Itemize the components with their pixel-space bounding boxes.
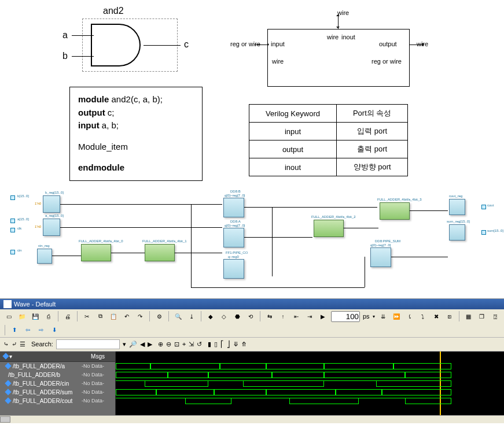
zoom-in-button[interactable]: ⊕ [158, 341, 163, 348]
signal-row[interactable]: /tb_FULL_ADDER/a-No Data- [0, 362, 115, 371]
schematic-wire [191, 287, 365, 288]
zoom-last-button[interactable]: ↺ [197, 341, 202, 348]
block-dd8a[interactable] [223, 228, 244, 247]
zoom-range-button[interactable]: ⇲ [189, 341, 194, 348]
sim-button[interactable]: ◇ [219, 311, 229, 321]
stop-button[interactable]: ✖ [431, 311, 442, 321]
undo-button[interactable]: ↶ [122, 311, 132, 321]
link-button[interactable]: ⇆ [264, 311, 275, 321]
step-back-button[interactable]: ⇤ [291, 311, 301, 321]
signal-row[interactable]: /tb_FULL_ADDER/cin-No Data- [0, 379, 115, 388]
signal-icon [5, 363, 11, 369]
step-over-button[interactable]: ⤹ [404, 311, 415, 321]
nav-down-button[interactable]: ⬇ [49, 325, 60, 335]
waveform-viewer: Wave - Default ▭ 📁 💾 ⎙ 🖨 ✂ ⧉ 📋 ↶ ↷ ⚙ 🔍 ⤓… [0, 298, 504, 423]
up-button[interactable]: ↑ [278, 311, 288, 321]
falling-edge-button[interactable]: ⤋ [233, 341, 238, 348]
redo-button[interactable]: ↷ [135, 311, 145, 321]
block-cin-reg[interactable] [37, 249, 52, 264]
signal-row[interactable]: /tb_FULL_ADDER/cout-No Data- [0, 397, 115, 405]
window-button[interactable]: ❐ [477, 311, 487, 321]
block-cout-reg[interactable] [449, 199, 465, 215]
cursor-remove-button[interactable]: ▯ [214, 341, 218, 348]
block-fa3[interactable] [380, 202, 410, 220]
search-next-button[interactable]: ▶ [148, 341, 152, 348]
nav-right-button[interactable]: ⇨ [36, 325, 46, 335]
copy-button[interactable]: ⧉ [95, 311, 105, 321]
zoom-cursor-button[interactable]: ⌖ [182, 341, 186, 348]
block-fa1[interactable] [145, 244, 175, 261]
trace-sum [116, 388, 504, 397]
block-dd8p[interactable] [370, 247, 391, 267]
wave-title-bar[interactable]: Wave - Default [0, 299, 504, 309]
restart-button[interactable]: ⟲ [245, 311, 256, 321]
compile-button[interactable]: ◆ [205, 311, 216, 321]
save-button[interactable]: 💾 [30, 311, 41, 321]
signal-row[interactable]: /tb_FULL_ADDER/b-No Data- [0, 371, 115, 379]
run-button[interactable]: ▶ [318, 311, 328, 321]
signal-row[interactable]: /tb_FULL_ADDER/sum-No Data- [0, 388, 115, 397]
find-button[interactable]: 🔍 [173, 311, 183, 321]
block-ff1[interactable] [223, 259, 244, 279]
collapse-button[interactable]: ⤶ [12, 341, 17, 348]
step-button[interactable]: ⇥ [304, 311, 315, 321]
cursor-add-button[interactable]: ▮ [208, 341, 211, 348]
pin-b[interactable] [10, 195, 15, 200]
signal-panel[interactable]: ▾ Msgs /tb_FULL_ADDER/a-No Data- /tb_FUL… [0, 352, 116, 415]
pin-sum[interactable] [481, 230, 486, 235]
zoom-out-button[interactable]: ⊖ [166, 341, 171, 348]
block-fa0[interactable] [81, 244, 111, 261]
block-sum-reg[interactable] [449, 224, 465, 241]
lbl-regwire-left: reg or wire [230, 40, 260, 47]
port-attribute-table: Verilog Keyword Port의 속성 input입력 port ou… [249, 104, 408, 176]
block-dd8b[interactable] [223, 198, 244, 217]
cut-button[interactable]: ✂ [82, 311, 92, 321]
search-prev-button[interactable]: ◀ [140, 341, 145, 348]
break-all-button[interactable]: ⦻ [444, 311, 455, 321]
break-button[interactable]: ⬣ [232, 311, 242, 321]
rising-edge-button[interactable]: ⤊ [241, 341, 247, 348]
horizontal-scrollbar[interactable] [0, 415, 504, 423]
settings-button[interactable]: ⚙ [154, 311, 164, 321]
zoom-full-button[interactable]: ⊡ [174, 341, 179, 348]
schematic-wire [60, 227, 222, 228]
step-into-button[interactable]: ⤵ [418, 311, 428, 321]
block-b-reg[interactable] [43, 195, 60, 213]
block-a-reg[interactable] [43, 219, 60, 236]
const-b: 1'h0 [35, 202, 41, 205]
pin-cin[interactable] [10, 250, 15, 254]
pin-a[interactable] [10, 219, 15, 223]
lbl-a-reg: a_reg[15..0] [45, 214, 64, 217]
trace-a [116, 362, 504, 371]
main-toolbar: ▭ 📁 💾 ⎙ 🖨 ✂ ⧉ 📋 ↶ ↷ ⚙ 🔍 ⤓ ◆ ◇ ⬣ ⟲ ⇆ ↑ ⇤ … [0, 309, 504, 338]
pin-clk[interactable] [10, 228, 15, 232]
continue-button[interactable]: ⏩ [391, 311, 402, 321]
edge-next-button[interactable]: ⎦ [227, 341, 230, 348]
search-go-button[interactable]: 🔎 [129, 341, 137, 348]
nav-left-button[interactable]: ⇦ [23, 325, 33, 335]
pin-cout[interactable] [481, 205, 486, 209]
print-button[interactable]: 🖨 [62, 311, 73, 321]
rtl-schematic[interactable]: b[15..0] a[15..0] clk cin b_reg[15..0] 1… [0, 186, 504, 296]
scrollbar-thumb[interactable] [0, 416, 10, 423]
layout-button[interactable]: ▦ [463, 311, 474, 321]
time-unit-dropdown[interactable]: ▾ [373, 314, 375, 319]
expand-button[interactable]: ⤷ [3, 341, 9, 348]
lbl-input: input [271, 40, 285, 47]
hierarchy-button[interactable]: ☰ [20, 341, 25, 348]
paste-button[interactable]: 📋 [108, 311, 119, 321]
block-fa2[interactable] [314, 220, 344, 237]
help-button[interactable]: ⍰ [490, 311, 501, 321]
search-input[interactable] [56, 339, 120, 349]
header-dropdown-icon[interactable]: ▾ [9, 353, 12, 360]
wave-plot-area[interactable] [116, 352, 504, 415]
new-button[interactable]: ▭ [3, 311, 14, 321]
run-length-input[interactable] [331, 311, 360, 322]
save-all-button[interactable]: ⎙ [43, 311, 54, 321]
find-next-button[interactable]: ⤓ [186, 311, 197, 321]
open-button[interactable]: 📁 [17, 311, 27, 321]
search-dropdown[interactable]: ▾ [123, 341, 126, 348]
edge-prev-button[interactable]: ⎡ [220, 341, 224, 348]
nav-up-button[interactable]: ⬆ [9, 325, 20, 335]
run-all-button[interactable]: ⇊ [378, 311, 388, 321]
